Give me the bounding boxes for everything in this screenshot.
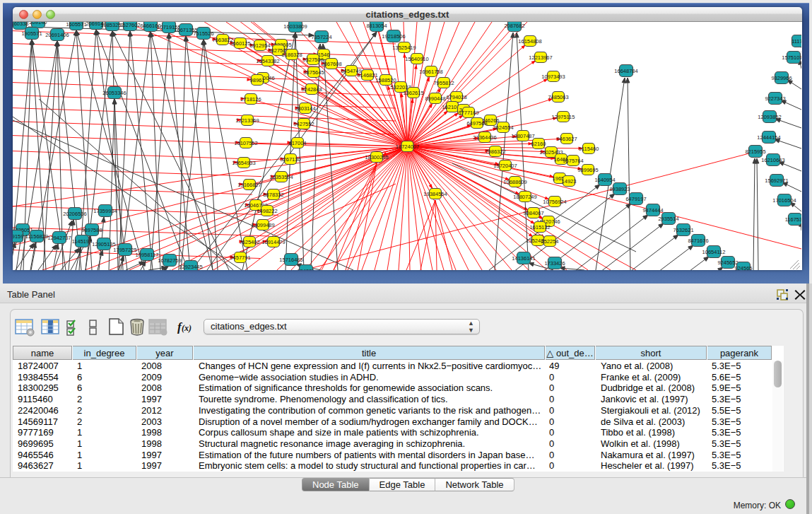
svg-text:1527602: 1527602 [119, 22, 140, 28]
svg-text:8938923: 8938923 [609, 186, 630, 192]
svg-text:16033809: 16033809 [283, 23, 307, 30]
svg-text:20691406: 20691406 [45, 32, 69, 38]
svg-text:9084067: 9084067 [523, 210, 543, 216]
svg-text:7485063: 7485063 [548, 94, 568, 100]
svg-text:12923445: 12923445 [179, 264, 202, 270]
svg-text:20206536: 20206536 [63, 211, 86, 217]
svg-text:9474444: 9474444 [642, 207, 663, 214]
svg-text:10688609: 10688609 [503, 179, 526, 185]
svg-text:8215955: 8215955 [745, 148, 765, 155]
svg-text:1615132: 1615132 [529, 224, 550, 230]
svg-text:16543382: 16543382 [256, 58, 279, 64]
svg-text:7515526: 7515526 [193, 30, 213, 37]
svg-text:8471676: 8471676 [688, 238, 708, 244]
svg-text:7986322: 7986322 [485, 148, 505, 155]
svg-text:15692971: 15692971 [765, 177, 788, 184]
svg-text:98961: 98961 [250, 77, 265, 83]
svg-text:16154808: 16154808 [518, 38, 541, 45]
svg-text:9457791: 9457791 [230, 255, 250, 261]
svg-text:12975115: 12975115 [552, 114, 575, 120]
svg-text:617004: 617004 [288, 140, 306, 146]
svg-text:1588520: 1588520 [375, 77, 396, 83]
svg-text:9777169: 9777169 [458, 110, 478, 116]
svg-text:9227343: 9227343 [765, 95, 785, 102]
svg-text:2935514: 2935514 [658, 216, 678, 222]
svg-text:16961758: 16961758 [419, 69, 442, 75]
svg-text:924565: 924565 [734, 265, 752, 271]
svg-text:1905571: 1905571 [21, 30, 42, 37]
svg-text:10958117: 10958117 [136, 252, 159, 258]
svg-text:9897588: 9897588 [81, 227, 102, 233]
svg-text:17016504: 17016504 [772, 197, 796, 204]
svg-text:18724007: 18724007 [396, 144, 419, 150]
svg-text:9575764: 9575764 [563, 158, 583, 164]
svg-text:16210643: 16210643 [761, 157, 784, 163]
svg-text:8186328: 8186328 [281, 52, 302, 58]
svg-text:39159: 39159 [13, 233, 23, 240]
svg-text:10756924: 10756924 [543, 199, 566, 205]
svg-text:26053346: 26053346 [102, 90, 126, 96]
svg-text:154321: 154321 [297, 268, 314, 271]
svg-text:9463627: 9463627 [556, 136, 577, 142]
svg-text:21364436: 21364436 [473, 134, 496, 141]
svg-text:12093852: 12093852 [758, 114, 781, 120]
svg-text:16648784: 16648784 [614, 68, 637, 74]
svg-text:9242848: 9242848 [301, 86, 322, 93]
svg-text:1167533: 1167533 [785, 216, 801, 223]
svg-text:12905135: 12905135 [92, 241, 115, 247]
svg-text:15720407: 15720407 [493, 163, 517, 169]
svg-text:10973493: 10973493 [541, 74, 565, 80]
svg-text:10654112: 10654112 [702, 249, 726, 255]
svg-text:9329966: 9329966 [771, 75, 792, 81]
svg-text:13525419: 13525419 [392, 45, 416, 51]
svg-text:252254: 252254 [541, 238, 558, 245]
svg-text:3875645: 3875645 [303, 69, 324, 76]
svg-text:1733426: 1733426 [544, 260, 565, 267]
svg-text:2087682: 2087682 [504, 23, 524, 29]
svg-text:2867608: 2867608 [321, 61, 341, 67]
svg-text:160338: 160338 [13, 22, 29, 27]
svg-text:14136141: 14136141 [512, 255, 535, 262]
svg-text:18807249: 18807249 [513, 194, 536, 200]
svg-text:18300295: 18300295 [365, 154, 388, 160]
svg-text:2718126: 2718126 [240, 96, 261, 103]
svg-text:1498222: 1498222 [257, 208, 277, 214]
svg-text:2803144: 2803144 [295, 105, 315, 112]
svg-text:16107552: 16107552 [234, 140, 257, 146]
svg-text:1145194: 1145194 [72, 238, 93, 245]
svg-text:10807487: 10807487 [511, 133, 534, 139]
svg-text:11173: 11173 [792, 38, 801, 45]
svg-text:7625402: 7625402 [239, 239, 259, 245]
svg-text:11156829: 11156829 [25, 233, 48, 240]
svg-text:6794028: 6794028 [446, 94, 466, 100]
svg-text:15640910: 15640910 [405, 56, 428, 62]
svg-text:1362615: 1362615 [403, 90, 423, 96]
svg-text:1640954: 1640954 [594, 177, 615, 183]
svg-text:9427552: 9427552 [293, 121, 314, 127]
svg-text:17957225: 17957225 [113, 247, 136, 253]
svg-text:7357224: 7357224 [311, 34, 331, 40]
svg-text:15716485: 15716485 [279, 257, 302, 263]
svg-text:12353594: 12353594 [269, 174, 293, 180]
svg-text:14923: 14923 [562, 178, 577, 185]
svg-text:19166827: 19166827 [237, 182, 261, 188]
svg-text:19654933: 19654933 [232, 160, 255, 166]
svg-text:17359934: 17359934 [93, 208, 117, 214]
svg-text:3624554: 3624554 [493, 124, 513, 131]
svg-text:9899695: 9899695 [577, 167, 598, 173]
svg-text:9115460: 9115460 [579, 146, 599, 152]
svg-text:9146821: 9146821 [357, 72, 377, 78]
svg-text:19384554: 19384554 [423, 191, 447, 197]
svg-text:7955812: 7955812 [433, 80, 454, 86]
svg-text:3267130: 3267130 [280, 156, 300, 163]
svg-text:209140: 209140 [29, 22, 47, 25]
svg-text:7632621: 7632621 [673, 227, 693, 233]
svg-text:6479197: 6479197 [625, 196, 646, 202]
svg-text:9327508: 9327508 [302, 57, 323, 63]
svg-text:8878332: 8878332 [263, 192, 283, 198]
svg-text:12213369: 12213369 [235, 117, 259, 124]
svg-text:62160: 62160 [531, 141, 546, 147]
svg-text:16914479: 16914479 [261, 239, 285, 245]
svg-text:6497568: 6497568 [466, 120, 487, 127]
svg-text:16782759: 16782759 [158, 257, 181, 264]
